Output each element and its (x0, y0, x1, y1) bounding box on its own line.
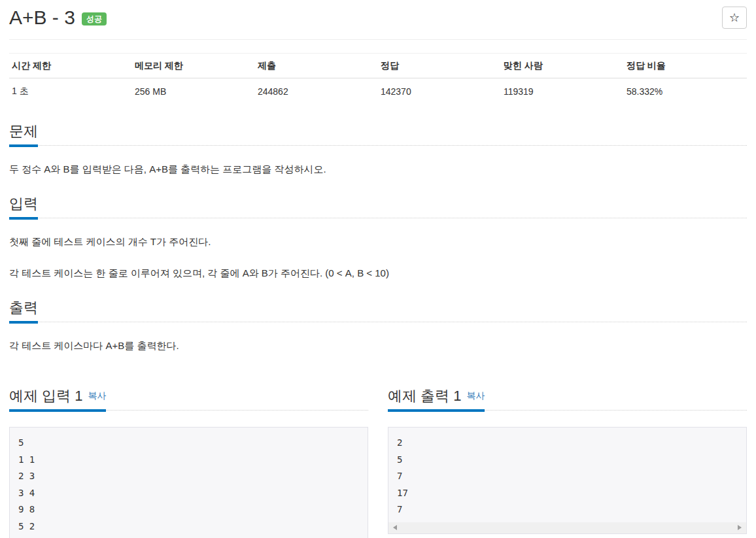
col-memory-limit: 메모리 제한 (132, 54, 255, 78)
star-icon: ☆ (729, 11, 740, 25)
problem-info-table: 시간 제한 메모리 제한 제출 정답 맞힌 사람 정답 비율 1 초 256 M… (9, 53, 747, 105)
memory-limit-value: 256 MB (132, 78, 255, 105)
time-limit-value: 1 초 (9, 78, 132, 105)
problem-section-title: 문제 (9, 124, 38, 147)
status-badge: 성공 (82, 12, 107, 25)
submissions-value: 244862 (255, 78, 378, 105)
samples-row: 예제 입력 1복사 5 1 1 2 3 3 4 9 8 5 2 예제 출력 1복… (9, 369, 747, 538)
sample-input-code[interactable]: 5 1 1 2 3 3 4 9 8 5 2 (10, 428, 368, 538)
col-time-limit: 시간 제한 (9, 54, 132, 78)
problem-headline: 문제 (9, 124, 747, 146)
sample-output-headline: 예제 출력 1복사 (388, 389, 747, 411)
favorite-button[interactable]: ☆ (722, 7, 747, 29)
copy-input-link[interactable]: 복사 (88, 390, 106, 401)
section-output: 출력 각 테스트 케이스마다 A+B를 출력한다. (9, 301, 747, 354)
info-header-row: 시간 제한 메모리 제한 제출 정답 맞힌 사람 정답 비율 (9, 54, 747, 78)
section-problem: 문제 두 정수 A와 B를 입력받은 다음, A+B를 출력하는 프로그램을 작… (9, 124, 747, 177)
accepted-value: 142370 (378, 78, 501, 105)
page-header: A+B - 3 성공 ☆ (9, 7, 747, 40)
scroll-left-icon[interactable] (393, 525, 397, 530)
col-solvers: 맞힌 사람 (501, 54, 624, 78)
col-submissions: 제출 (255, 54, 378, 78)
section-input: 입력 첫째 줄에 테스트 케이스의 개수 T가 주어진다. 각 테스트 케이스는… (9, 197, 747, 281)
info-value-row: 1 초 256 MB 244862 142370 119319 58.332% (9, 78, 747, 105)
title-wrap: A+B - 3 성공 (9, 7, 107, 29)
sample-input-title: 예제 입력 1복사 (9, 389, 106, 412)
sample-output-code[interactable]: 2 5 7 17 7 (388, 428, 746, 522)
sample-output-title: 예제 출력 1복사 (388, 389, 485, 412)
input-section-title: 입력 (9, 197, 38, 220)
output-headline: 출력 (9, 301, 747, 322)
sample-input-column: 예제 입력 1복사 5 1 1 2 3 3 4 9 8 5 2 (9, 369, 368, 538)
sample-output-scrollbar[interactable] (388, 522, 746, 533)
sample-input-headline: 예제 입력 1복사 (9, 389, 368, 411)
ratio-value: 58.332% (624, 78, 747, 105)
sample-output-box: 2 5 7 17 7 (388, 427, 747, 534)
sample-input-box: 5 1 1 2 3 3 4 9 8 5 2 (9, 427, 368, 538)
problem-page: A+B - 3 성공 ☆ 시간 제한 메모리 제한 제출 정답 맞힌 사람 정답… (0, 0, 756, 538)
output-section-title: 출력 (9, 301, 38, 324)
output-description: 각 테스트 케이스마다 A+B를 출력한다. (9, 338, 747, 354)
sample-output-title-text: 예제 출력 1 (388, 388, 461, 404)
scroll-right-icon[interactable] (738, 525, 742, 530)
solvers-value: 119319 (501, 78, 624, 105)
input-description-line: 각 테스트 케이스는 한 줄로 이루어져 있으며, 각 줄에 A와 B가 주어진… (9, 265, 747, 281)
col-accepted: 정답 (378, 54, 501, 78)
problem-title: A+B - 3 (9, 7, 75, 29)
col-ratio: 정답 비율 (624, 54, 747, 78)
input-headline: 입력 (9, 197, 747, 218)
sample-output-column: 예제 출력 1복사 2 5 7 17 7 (388, 369, 747, 538)
sample-input-title-text: 예제 입력 1 (9, 388, 82, 404)
input-description-line: 첫째 줄에 테스트 케이스의 개수 T가 주어진다. (9, 234, 747, 250)
copy-output-link[interactable]: 복사 (466, 390, 485, 401)
problem-description: 두 정수 A와 B를 입력받은 다음, A+B를 출력하는 프로그램을 작성하시… (9, 161, 747, 177)
